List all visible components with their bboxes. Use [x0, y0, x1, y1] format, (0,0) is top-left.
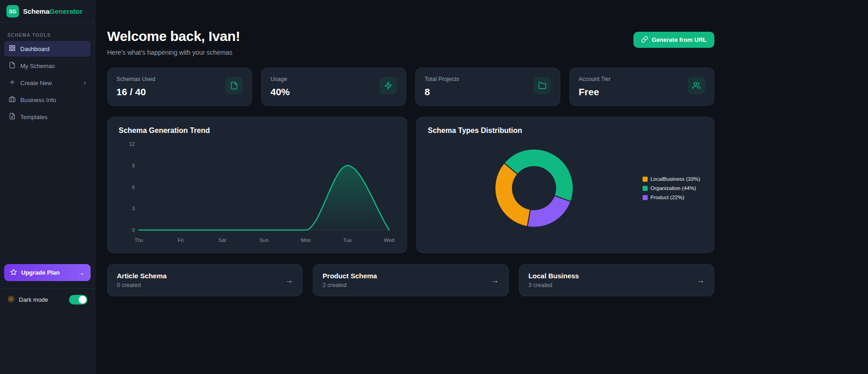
donut-chart: [483, 138, 585, 239]
trend-chart: 036912ThuFriSatSunMonTueWed: [119, 138, 396, 245]
legend-label: Organization (44%): [650, 185, 696, 191]
sidebar-item-my-schemas[interactable]: My Schemas: [4, 58, 91, 74]
quick-cards-row: Article Schema 0 created → Product Schem…: [107, 264, 714, 296]
stat-label: Usage: [270, 76, 290, 82]
sidebar-item-templates[interactable]: Templates: [4, 109, 91, 125]
page-header: Welcome back, Ivan! Here's what's happen…: [107, 29, 714, 56]
distribution-chart-title: Schema Types Distribution: [428, 127, 703, 135]
quick-card-title: Article Schema: [117, 272, 167, 280]
stat-card-account-tier: Account Tier Free: [569, 68, 714, 106]
svg-text:12: 12: [129, 141, 135, 147]
link-icon: [641, 36, 648, 44]
legend-label: LocalBusiness (33%): [650, 176, 700, 182]
stat-card-total-projects: Total Projects 8: [415, 68, 560, 106]
trend-chart-card: Schema Generation Trend 036912ThuFriSatS…: [107, 117, 407, 253]
file-icon: [9, 62, 16, 70]
nav-label-templates: Templates: [20, 114, 47, 121]
stat-card-schemas-used: Schemas Used 16 / 40: [107, 68, 252, 106]
sidebar-nav: Dashboard My Schemas Create New › Busine…: [0, 41, 95, 125]
trend-chart-title: Schema Generation Trend: [119, 127, 396, 135]
chart-legend: LocalBusiness (33%) Organization (44%) P…: [643, 176, 700, 200]
svg-text:Tue: Tue: [343, 237, 352, 243]
dark-mode-toggle[interactable]: [69, 295, 87, 305]
dark-mode-row: Dark mode: [0, 288, 95, 311]
file-text-icon: [9, 113, 16, 121]
legend-swatch-product: [643, 195, 648, 200]
svg-text:Fri: Fri: [178, 237, 184, 243]
legend-item: LocalBusiness (33%): [643, 176, 700, 182]
legend-swatch-organization: [643, 186, 648, 191]
generate-from-url-label: Generate from URL: [652, 36, 707, 43]
toggle-knob: [79, 296, 86, 304]
file-icon: [225, 77, 243, 94]
quick-card-subtitle: 2 created: [322, 282, 377, 288]
stat-value: 40%: [270, 86, 290, 98]
svg-text:0: 0: [132, 227, 135, 233]
charts-row: Schema Generation Trend 036912ThuFriSatS…: [107, 117, 714, 253]
svg-text:Sat: Sat: [218, 237, 226, 243]
app-title: SchemaGenerator: [23, 7, 82, 15]
app-title-part2: Generator: [50, 7, 83, 15]
legend-item: Organization (44%): [643, 185, 700, 191]
page-subtitle: Here's what's happening with your schema…: [107, 49, 240, 56]
quick-card-product-schema[interactable]: Product Schema 2 created →: [313, 264, 508, 296]
quick-card-local-business[interactable]: Local Business 3 created →: [519, 264, 714, 296]
plus-icon: [9, 79, 16, 87]
sidebar-section-label: SCHEMA TOOLS: [7, 33, 87, 38]
quick-card-subtitle: 0 created: [117, 282, 167, 288]
quick-card-article-schema[interactable]: Article Schema 0 created →: [107, 264, 303, 296]
app-logo: SG SchemaGenerator: [0, 0, 95, 23]
arrow-right-icon: →: [285, 276, 293, 285]
stat-card-usage: Usage 40%: [261, 68, 406, 106]
sidebar-item-dashboard[interactable]: Dashboard: [4, 41, 91, 57]
legend-label: Product (22%): [650, 195, 684, 200]
sidebar-item-business-info[interactable]: Business Info: [4, 92, 91, 108]
upgrade-plan-label: Upgrade Plan: [21, 269, 60, 276]
arrow-right-icon: →: [78, 269, 85, 276]
bolt-icon: [379, 77, 397, 94]
grid-icon: [9, 45, 16, 53]
generate-from-url-button[interactable]: Generate from URL: [633, 32, 714, 48]
users-icon: [688, 77, 705, 94]
legend-swatch-localbusiness: [643, 177, 648, 182]
nav-label-create-new: Create New: [20, 80, 52, 86]
svg-text:Mon: Mon: [301, 237, 310, 243]
sidebar-bottom: Upgrade Plan → Dark mode: [0, 264, 95, 311]
svg-text:9: 9: [132, 163, 135, 168]
nav-label-my-schemas: My Schemas: [20, 63, 55, 69]
legend-item: Product (22%): [643, 195, 700, 200]
stat-value: Free: [579, 86, 610, 98]
nav-label-business-info: Business Info: [20, 97, 56, 104]
svg-text:3: 3: [132, 206, 135, 211]
donut-row: LocalBusiness (33%) Organization (44%) P…: [428, 135, 703, 242]
svg-text:Wed: Wed: [384, 237, 394, 243]
page-title: Welcome back, Ivan!: [107, 29, 240, 44]
quick-card-title: Local Business: [529, 272, 579, 280]
app-title-part1: Schema: [23, 7, 50, 15]
chevron-right-icon: ›: [84, 79, 86, 86]
svg-text:6: 6: [132, 184, 135, 190]
stat-value: 8: [425, 86, 459, 98]
stat-label: Schemas Used: [116, 76, 155, 82]
svg-text:Thu: Thu: [135, 237, 144, 243]
main-content: Welcome back, Ivan! Here's what's happen…: [95, 0, 868, 374]
svg-text:Sun: Sun: [259, 237, 269, 243]
dark-mode-label: Dark mode: [19, 296, 48, 303]
stat-label: Account Tier: [579, 76, 610, 82]
logo-badge: SG: [6, 5, 19, 17]
sidebar-item-create-new[interactable]: Create New ›: [4, 75, 91, 91]
nav-label-dashboard: Dashboard: [20, 46, 50, 52]
star-icon: [10, 269, 17, 277]
stats-row: Schemas Used 16 / 40 Usage 40% Total Pro…: [107, 68, 714, 106]
sun-icon: [7, 295, 15, 305]
folder-icon: [534, 77, 551, 94]
quick-card-subtitle: 3 created: [529, 282, 579, 288]
briefcase-icon: [9, 96, 16, 104]
distribution-chart-card: Schema Types Distribution LocalBusiness …: [416, 117, 714, 253]
quick-card-title: Product Schema: [322, 272, 377, 280]
arrow-right-icon: →: [491, 276, 499, 285]
stat-value: 16 / 40: [116, 86, 155, 98]
upgrade-plan-button[interactable]: Upgrade Plan →: [4, 264, 91, 281]
arrow-right-icon: →: [696, 276, 705, 285]
stat-label: Total Projects: [425, 76, 459, 82]
